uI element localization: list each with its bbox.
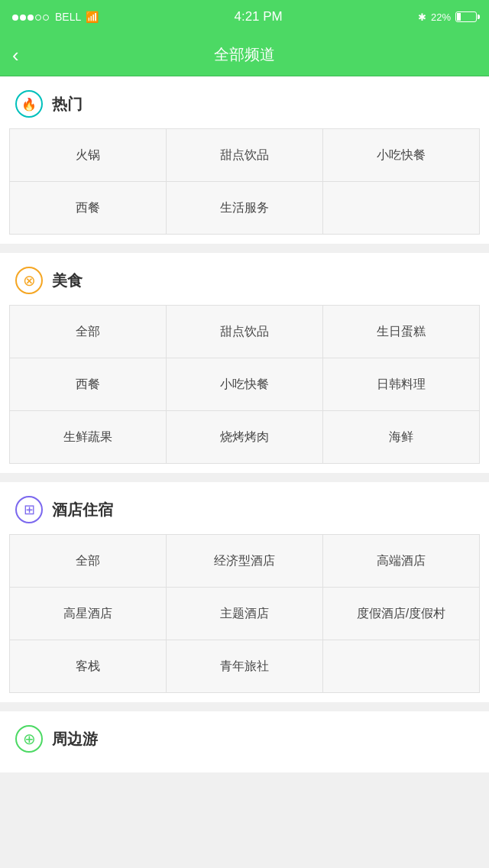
status-left: BELL 📶 (12, 11, 99, 23)
section-title-hotel: 酒店住宿 (52, 500, 113, 520)
grid-item-hotel-3[interactable]: 高星酒店 (10, 588, 166, 640)
grid-item-food-4[interactable]: 小吃快餐 (167, 358, 322, 410)
bluetooth-icon: ✱ (418, 11, 426, 23)
section-header-hot: 🔥热门 (0, 76, 489, 128)
grid-item-hot-2[interactable]: 小吃快餐 (323, 129, 479, 181)
grid-item-hotel-0[interactable]: 全部 (10, 535, 166, 587)
grid-item-hot-4[interactable]: 生活服务 (167, 182, 322, 234)
section-icon-hot: 🔥 (15, 90, 43, 118)
grid-item-food-5[interactable]: 日韩料理 (323, 358, 479, 410)
battery-icon (455, 11, 477, 22)
section-hotel: ⊞酒店住宿全部经济型酒店高端酒店高星酒店主题酒店度假酒店/度假村客栈青年旅社 (0, 482, 489, 702)
section-header-nearby: ⊕周边游 (0, 711, 489, 763)
page-title: 全部频道 (214, 44, 275, 65)
grid-item-hotel-5[interactable]: 度假酒店/度假村 (323, 588, 479, 640)
section-icon-nearby: ⊕ (15, 725, 43, 753)
section-header-hotel: ⊞酒店住宿 (0, 482, 489, 534)
grid-item-food-1[interactable]: 甜点饮品 (167, 306, 322, 358)
status-time: 4:21 PM (234, 9, 282, 24)
carrier-label: BELL (55, 11, 81, 23)
grid-item-hotel-2[interactable]: 高端酒店 (323, 535, 479, 587)
content-area: 🔥热门火锅甜点饮品小吃快餐西餐生活服务⊗美食全部甜点饮品生日蛋糕西餐小吃快餐日韩… (0, 76, 489, 772)
section-hot: 🔥热门火锅甜点饮品小吃快餐西餐生活服务 (0, 76, 489, 244)
grid-item-hotel-7[interactable]: 青年旅社 (167, 640, 322, 692)
section-icon-hotel: ⊞ (15, 496, 43, 523)
grid-hotel: 全部经济型酒店高端酒店高星酒店主题酒店度假酒店/度假村客栈青年旅社 (9, 534, 480, 693)
nav-bar: ‹ 全部频道 (0, 34, 489, 76)
grid-item-food-2[interactable]: 生日蛋糕 (323, 306, 479, 358)
grid-hot: 火锅甜点饮品小吃快餐西餐生活服务 (9, 128, 480, 235)
signal-dots (12, 11, 50, 23)
section-food: ⊗美食全部甜点饮品生日蛋糕西餐小吃快餐日韩料理生鲜蔬果烧烤烤肉海鲜 (0, 253, 489, 473)
grid-item-food-7[interactable]: 烧烤烤肉 (167, 411, 322, 463)
grid-item-hot-1[interactable]: 甜点饮品 (167, 129, 322, 181)
grid-item-hotel-6[interactable]: 客栈 (10, 640, 166, 692)
wifi-icon: 📶 (86, 11, 99, 23)
grid-item-hotel-1[interactable]: 经济型酒店 (167, 535, 322, 587)
grid-item-empty-hot-0 (323, 182, 479, 234)
grid-item-hot-3[interactable]: 西餐 (10, 182, 166, 234)
grid-item-food-8[interactable]: 海鲜 (323, 411, 479, 463)
grid-item-food-0[interactable]: 全部 (10, 306, 166, 358)
battery-percent: 22% (431, 11, 451, 23)
back-button[interactable]: ‹ (12, 45, 19, 65)
status-right: ✱ 22% (418, 11, 477, 23)
section-nearby: ⊕周边游 (0, 711, 489, 772)
status-bar: BELL 📶 4:21 PM ✱ 22% (0, 0, 489, 34)
grid-item-food-3[interactable]: 西餐 (10, 358, 166, 410)
section-title-nearby: 周边游 (52, 729, 98, 750)
grid-food: 全部甜点饮品生日蛋糕西餐小吃快餐日韩料理生鲜蔬果烧烤烤肉海鲜 (9, 305, 480, 464)
grid-item-food-6[interactable]: 生鲜蔬果 (10, 411, 166, 463)
section-header-food: ⊗美食 (0, 253, 489, 305)
grid-item-hotel-4[interactable]: 主题酒店 (167, 588, 322, 640)
grid-item-hot-0[interactable]: 火锅 (10, 129, 166, 181)
section-title-food: 美食 (52, 270, 83, 291)
section-icon-food: ⊗ (15, 267, 43, 294)
grid-item-empty-hotel-0 (323, 640, 479, 692)
section-title-hot: 热门 (52, 94, 83, 115)
